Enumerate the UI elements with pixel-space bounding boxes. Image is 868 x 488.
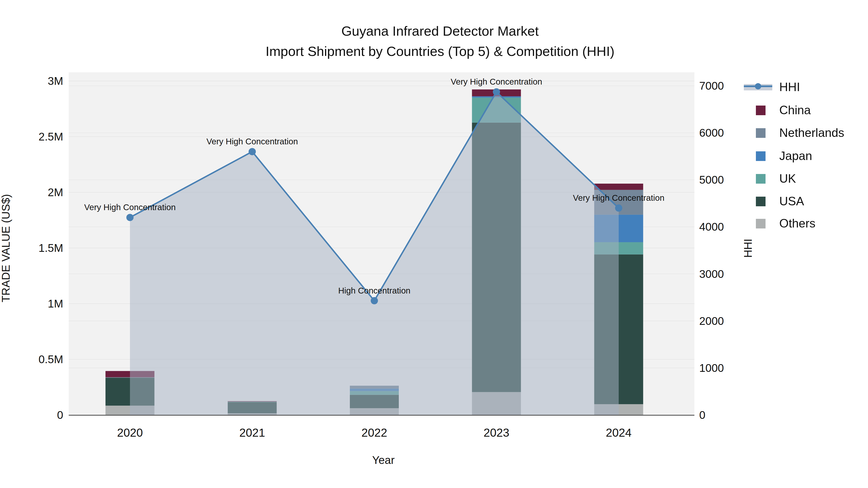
legend-item-others[interactable]: Others [756,217,815,230]
annotation-2023: Very High Concentration [451,77,542,86]
x-tick-2021: 2021 [240,426,265,439]
x-tick-2023: 2023 [484,426,509,439]
y-right-tick: 6000 [699,127,724,139]
legend-swatch-icon [756,105,766,115]
y-right-tick: 0 [699,409,706,421]
y-left-tick: 0.5M [38,353,63,365]
chart-canvas: 00.5M1M1.5M2M2.5M3M010002000300040005000… [0,0,868,488]
legend-item-china[interactable]: China [756,103,811,117]
bar-segment-china-2024[interactable] [594,184,643,190]
legend-item-hhi[interactable]: HHI [744,80,800,94]
legend-hhi-marker-icon [755,83,761,89]
legend-label: China [779,103,811,117]
y-left-tick: 2.5M [38,130,63,143]
annotation-2021: Very High Concentration [207,137,298,146]
legend-item-japan[interactable]: Japan [756,149,812,163]
hhi-point-2024[interactable] [615,204,622,212]
x-tick-2020: 2020 [117,426,143,439]
legend-label: HHI [779,80,800,94]
y-right-tick: 1000 [699,362,724,374]
legend: HHIChinaNetherlandsJapanUKUSAOthers [744,80,844,230]
y-right-tick: 7000 [699,79,724,92]
y-right-axis-title: HHI [742,238,754,258]
y-left-tick: 1M [48,297,63,310]
y-right-tick: 2000 [699,315,724,327]
legend-item-usa[interactable]: USA [756,194,804,208]
hhi-point-2020[interactable] [126,214,133,221]
annotation-2020: Very High Concentration [84,202,176,212]
y-right-tick: 5000 [699,173,724,186]
chart-title-line1: Guyana Infrared Detector Market [341,23,539,38]
y-left-tick: 0 [57,409,63,421]
y-left-axis-title: TRADE VALUE (US$) [0,194,12,302]
legend-label: Netherlands [779,126,844,139]
hhi-point-2023[interactable] [493,88,500,95]
legend-label: USA [779,194,804,208]
y-left-tick: 1.5M [38,242,63,254]
legend-label: UK [779,172,796,185]
hhi-point-2022[interactable] [371,297,378,304]
legend-item-netherlands[interactable]: Netherlands [756,126,844,139]
legend-swatch-icon [756,174,766,184]
legend-item-uk[interactable]: UK [756,172,796,185]
y-right-tick: 4000 [699,221,724,233]
y-right-tick: 3000 [699,268,724,280]
annotation-2024: Very High Concentration [573,193,664,202]
chart-title-line2: Import Shipment by Countries (Top 5) & C… [266,44,614,59]
y-left-tick: 2M [48,186,63,199]
annotation-2022: High Concentration [338,286,411,295]
x-tick-2022: 2022 [362,426,387,439]
legend-swatch-icon [756,197,766,206]
legend-swatch-icon [756,128,766,138]
x-tick-2024: 2024 [606,426,632,439]
legend-swatch-icon [756,219,766,228]
legend-label: Japan [779,149,812,163]
hhi-point-2021[interactable] [249,148,256,155]
legend-label: Others [779,217,815,230]
x-axis-title: Year [372,454,395,466]
legend-swatch-icon [756,151,766,161]
y-left-tick: 3M [48,75,63,87]
